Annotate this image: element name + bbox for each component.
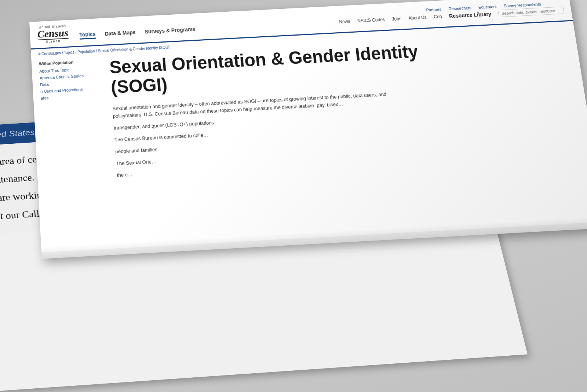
sidebar: Within Population About This Topic Ameri… [39, 58, 114, 248]
nav-data-maps[interactable]: Data & Maps [105, 29, 136, 37]
search-input[interactable] [498, 7, 564, 17]
nav-survey-respondents[interactable]: Survey Respondents [503, 2, 541, 8]
nav-researchers[interactable]: Researchers [448, 6, 471, 11]
nav-news[interactable]: News [339, 19, 350, 24]
main-content: Within Population About This Topic Ameri… [31, 30, 587, 252]
page-content-area: Sexual Orientation & Gender Identity (SO… [102, 34, 587, 244]
census-webpage-paper: United States® Census Bureau Partners Re… [29, 0, 587, 259]
sidebar-link-ates[interactable]: ates [41, 93, 104, 100]
nav-about-us[interactable]: About Us [408, 15, 427, 21]
nav-resource-library[interactable]: Resource Library [449, 11, 492, 19]
sidebar-title: Within Population [39, 58, 102, 66]
sidebar-link-data[interactable]: Data [40, 79, 103, 87]
nav-educators[interactable]: Educators [478, 4, 497, 9]
nav-surveys-programs[interactable]: Surveys & Programs [145, 26, 196, 35]
body-text: Sexual orientation and gender identity –… [112, 90, 400, 180]
nav-topics[interactable]: Topics [79, 31, 96, 39]
sidebar-link-about[interactable]: About This Topic [39, 66, 102, 73]
census-logo: United States® Census Bureau [37, 24, 69, 44]
nav-jobs[interactable]: Jobs [392, 16, 402, 22]
sidebar-link-america-counts[interactable]: America Counts: Stories [40, 73, 103, 80]
nav-partners[interactable]: Partners [426, 7, 442, 12]
nav-naics[interactable]: NAICS Codes [357, 17, 385, 23]
sidebar-link-uses-protections[interactable]: n Uses and Protections [40, 86, 104, 94]
logo-bureau: Bureau [45, 39, 61, 44]
logo-census: Census [37, 28, 69, 40]
nav-con[interactable]: Con [434, 14, 442, 19]
